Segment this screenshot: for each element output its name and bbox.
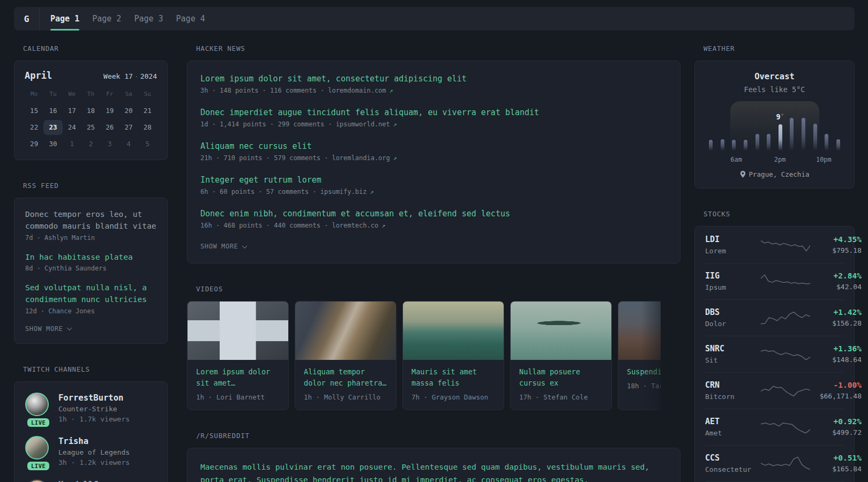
- hn-story-title[interactable]: Donec imperdiet augue tincidunt felis al…: [200, 108, 667, 117]
- calendar-day[interactable]: 22: [25, 120, 43, 135]
- tab-page-3[interactable]: Page 3: [134, 7, 163, 31]
- twitch-channel-category[interactable]: Counter-Strike: [58, 405, 130, 413]
- stock-change: -1.00%: [810, 381, 862, 389]
- calendar-day[interactable]: 20: [119, 103, 138, 118]
- app-logo[interactable]: G: [14, 7, 39, 31]
- calendar-day[interactable]: 29: [25, 137, 43, 152]
- stock-symbol[interactable]: IIG: [705, 271, 761, 281]
- tab-page-1[interactable]: Page 1: [50, 7, 79, 31]
- rss-item-title[interactable]: Sed volutpat nulla nisl, a condimentum n…: [25, 282, 156, 306]
- rss-section: RSS FEED Donec tempor eros leo, ut commo…: [14, 182, 168, 344]
- video-title[interactable]: Lorem ipsum dolor sit amet consectetu…: [196, 366, 280, 389]
- hn-story-title[interactable]: Donec enim nibh, condimentum et accumsan…: [200, 209, 667, 219]
- hn-story-title[interactable]: Integer eget rutrum lorem: [200, 175, 667, 185]
- stock-change: +1.42%: [810, 308, 862, 317]
- external-link-icon[interactable]: ↗: [393, 120, 397, 128]
- calendar-day[interactable]: 30: [43, 137, 62, 152]
- tab-page-2[interactable]: Page 2: [92, 7, 121, 31]
- video-card[interactable]: Nullam posuere cursus ex 17h · Stefan Co…: [510, 301, 612, 410]
- calendar-day-next-month[interactable]: 3: [100, 137, 119, 152]
- stock-price: $795.18: [810, 246, 862, 254]
- calendar-day-selected[interactable]: 23: [43, 120, 62, 135]
- rss-item-title[interactable]: In hac habitasse platea: [25, 252, 156, 263]
- hn-story-domain[interactable]: loremdomain.com: [328, 87, 386, 94]
- calendar-day-next-month[interactable]: 4: [119, 137, 138, 152]
- calendar-day[interactable]: 19: [100, 103, 119, 118]
- hn-story-title[interactable]: Lorem ipsum dolor sit amet, consectetur …: [200, 74, 667, 84]
- hn-story: Integer eget rutrum lorem 6h · 60 points…: [200, 175, 667, 195]
- video-title[interactable]: Suspendisse diam: [627, 366, 661, 378]
- calendar-day[interactable]: 28: [138, 120, 157, 135]
- stock-symbol[interactable]: CRN: [705, 380, 761, 390]
- calendar-day-next-month[interactable]: 5: [138, 137, 157, 152]
- video-thumbnail[interactable]: [295, 302, 396, 360]
- video-card[interactable]: Aliquam tempor dolor nec pharetra… 1h · …: [295, 301, 396, 410]
- stock-symbol[interactable]: AET: [705, 417, 761, 426]
- external-link-icon[interactable]: ↗: [393, 154, 397, 162]
- video-card[interactable]: Lorem ipsum dolor sit amet consectetu… 1…: [187, 301, 289, 410]
- calendar-day[interactable]: 18: [81, 103, 100, 118]
- stock-sparkline: [761, 273, 810, 290]
- calendar-day[interactable]: 27: [119, 120, 138, 135]
- hn-story-domain[interactable]: ipsumify.biz: [320, 188, 367, 195]
- weather-section: WEATHER Overcast Feels like 5°C 9° 6am 2…: [694, 44, 855, 189]
- video-thumbnail[interactable]: [403, 302, 504, 360]
- rss-item-title[interactable]: Donec tempor eros leo, ut commodo mauris…: [25, 209, 156, 232]
- twitch-channel-name[interactable]: KendallCarr: [58, 480, 114, 482]
- video-title[interactable]: Aliquam tempor dolor nec pharetra…: [304, 366, 387, 389]
- avatar[interactable]: [25, 436, 49, 460]
- calendar-section-title: CALENDAR: [23, 44, 168, 52]
- hn-story: Aliquam nec cursus elit 21h · 710 points…: [200, 141, 667, 162]
- calendar-day[interactable]: 21: [138, 103, 157, 118]
- video-thumbnail[interactable]: [618, 302, 661, 360]
- calendar-day[interactable]: 15: [25, 103, 43, 118]
- chevron-down-icon: [242, 243, 248, 248]
- weather-location[interactable]: Prague, Czechia: [706, 170, 843, 178]
- avatar[interactable]: [25, 479, 49, 482]
- hn-meta-text: 3h · 148 points · 116 comments ·: [200, 87, 324, 94]
- stock-price: $165.84: [810, 465, 862, 473]
- hn-story-domain[interactable]: ipsumworld.net: [336, 120, 390, 128]
- weather-time-labels: 6am 2pm 10pm: [709, 155, 840, 163]
- calendar-day[interactable]: 16: [43, 103, 62, 118]
- calendar-day-next-month[interactable]: 2: [81, 137, 100, 152]
- twitch-channel-name[interactable]: Trisha: [58, 436, 130, 446]
- twitch-channel-name[interactable]: ForrestBurton: [58, 393, 130, 403]
- hn-show-more-button[interactable]: SHOW MORE: [200, 243, 667, 250]
- external-link-icon[interactable]: ↗: [390, 87, 393, 94]
- hn-meta-text: 16h · 468 points · 440 comments ·: [200, 222, 328, 229]
- twitch-channel-category[interactable]: League of Legends: [58, 448, 130, 456]
- stock-change: +0.92%: [810, 417, 862, 426]
- stock-symbol[interactable]: DBS: [705, 307, 761, 317]
- calendar-day[interactable]: 26: [100, 120, 119, 135]
- external-link-icon[interactable]: ↗: [370, 188, 373, 195]
- calendar-day[interactable]: 25: [81, 120, 100, 135]
- video-title[interactable]: Nullam posuere cursus ex: [519, 366, 603, 389]
- hn-story-title[interactable]: Aliquam nec cursus elit: [200, 141, 667, 151]
- stock-name: Ipsum: [705, 283, 761, 291]
- stock-symbol[interactable]: LDI: [705, 235, 761, 244]
- weekday-label: Th: [81, 88, 100, 102]
- weather-bar: [779, 124, 782, 150]
- weekday-label: Sa: [119, 88, 138, 102]
- hn-story-domain[interactable]: loremtech.co: [332, 222, 378, 229]
- calendar-day[interactable]: 24: [63, 120, 81, 135]
- avatar[interactable]: [25, 393, 49, 416]
- hn-story-domain[interactable]: loremlandia.org: [332, 154, 390, 162]
- external-link-icon[interactable]: ↗: [381, 222, 385, 229]
- hn-story-meta: 1d · 1,414 points · 299 comments ·ipsumw…: [200, 120, 667, 128]
- weather-bar: [744, 140, 747, 150]
- video-thumbnail[interactable]: [511, 302, 611, 360]
- twitch-channel: LIVE Trisha League of Legends 3h · 1.2k …: [25, 436, 156, 466]
- video-title[interactable]: Mauris sit amet massa felis: [411, 366, 495, 389]
- calendar-day[interactable]: 17: [63, 103, 81, 118]
- video-card[interactable]: Suspendisse diam 18h · Tara: [618, 301, 661, 410]
- video-thumbnail[interactable]: [188, 302, 288, 360]
- video-card[interactable]: Mauris sit amet massa felis 7h · Grayson…: [402, 301, 504, 410]
- tab-page-4[interactable]: Page 4: [176, 7, 205, 31]
- stock-symbol[interactable]: CCS: [705, 453, 761, 463]
- rss-show-more-button[interactable]: SHOW MORE: [25, 325, 156, 333]
- stock-symbol[interactable]: SNRC: [705, 344, 761, 353]
- calendar-day-next-month[interactable]: 1: [63, 137, 81, 152]
- reddit-post-title[interactable]: Maecenas mollis pulvinar erat non posuer…: [200, 461, 667, 482]
